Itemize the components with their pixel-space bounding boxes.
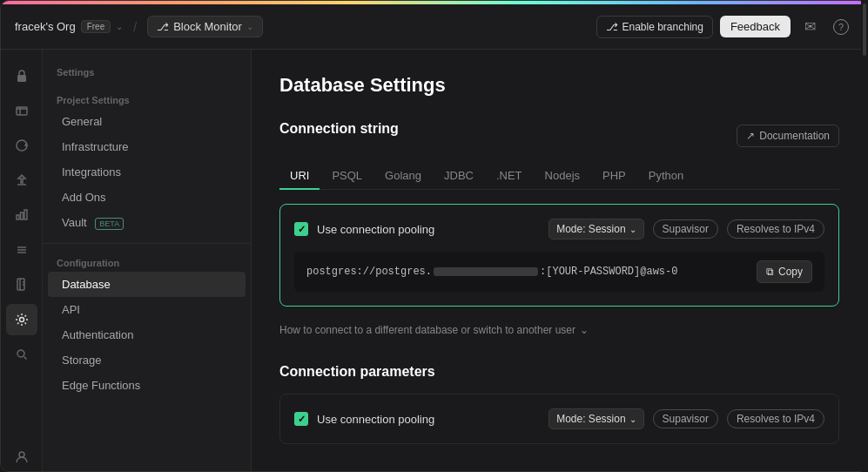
svg-point-8 [19, 452, 24, 457]
app-header: fracek's Org Free ⌄ / ⎇ Block Monitor ⌄ … [1, 4, 867, 50]
nav-item-storage[interactable]: Storage [48, 347, 246, 373]
help-link[interactable]: How to connect to a different database o… [279, 320, 839, 340]
help-icon-button[interactable]: ? [829, 15, 853, 39]
branching-icon: ⎇ [157, 21, 169, 33]
sidebar-icon-user[interactable] [6, 442, 37, 472]
sidebar-icon-box[interactable] [6, 95, 37, 126]
enable-branching-label: Enable branching [622, 21, 703, 33]
right-scrollbar[interactable] [861, 50, 867, 472]
doc-button-label: Documentation [759, 130, 830, 142]
use-connection-pooling-checkbox[interactable]: ✓ [294, 222, 308, 236]
mode-label: Mode: Session [556, 223, 625, 235]
params-pooling-checkbox[interactable]: ✓ [294, 412, 308, 426]
tab-jdbc[interactable]: JDBC [434, 163, 484, 190]
svg-rect-3 [20, 212, 23, 219]
icon-sidebar [1, 50, 43, 472]
pooling-row: ✓ Use connection pooling Mode: Session ⌄… [294, 219, 824, 239]
sidebar-icon-settings[interactable] [6, 304, 37, 335]
sidebar-icon-chart[interactable] [6, 199, 37, 231]
tab-net[interactable]: .NET [486, 163, 533, 190]
tab-golang[interactable]: Golang [374, 163, 432, 190]
sidebar-icon-search[interactable] [6, 339, 37, 370]
org-selector[interactable]: fracek's Org Free ⌄ [15, 20, 123, 33]
sidebar-icon-document[interactable] [6, 269, 37, 300]
org-chevron-icon: ⌄ [116, 22, 123, 31]
tab-php[interactable]: PHP [592, 163, 636, 190]
params-pooling-row: ✓ Use connection pooling Mode: Session ⌄… [294, 408, 824, 429]
header-separator: / [133, 20, 137, 34]
header-actions: ⎇ Enable branching Feedback ✉ ? [596, 15, 854, 39]
nav-item-infrastructure[interactable]: Infrastructure [48, 134, 246, 159]
tab-python[interactable]: Python [638, 163, 694, 190]
help-chevron-icon: ⌄ [580, 324, 589, 336]
nav-item-add-ons[interactable]: Add Ons [48, 185, 246, 210]
nav-item-vault[interactable]: Vault BETA [48, 210, 246, 236]
sidebar-icon-sync[interactable] [6, 130, 37, 161]
params-resolves-ipv4-badge: Resolves to IPv4 [727, 409, 824, 428]
connection-params-box: ✓ Use connection pooling Mode: Session ⌄… [279, 394, 839, 444]
connection-string-header: Connection string ↗ Documentation [279, 121, 839, 151]
tab-nodejs[interactable]: Nodejs [535, 163, 590, 190]
feedback-button[interactable]: Feedback [720, 16, 791, 37]
help-icon: ? [833, 19, 849, 35]
nav-item-edge-functions[interactable]: Edge Functions [48, 373, 246, 398]
nav-sidebar: Settings Project Settings General Infras… [43, 50, 252, 472]
masked-value [434, 267, 538, 276]
params-mode-select[interactable]: Mode: Session ⌄ [548, 408, 643, 429]
checkbox-check-icon: ✓ [298, 224, 306, 235]
nav-item-database[interactable]: Database [48, 272, 246, 297]
svg-rect-0 [17, 75, 26, 82]
org-plan-badge: Free [81, 20, 111, 33]
tab-uri[interactable]: URI [279, 163, 320, 190]
nav-settings-title: Settings [43, 60, 251, 81]
connection-string-value: postgres://postgres.:[YOUR-PASSWORD]@aws… [306, 266, 750, 278]
svg-point-6 [19, 318, 24, 322]
nav-section-project-settings: Project Settings [43, 88, 251, 109]
project-selector[interactable]: ⎇ Block Monitor ⌄ [147, 16, 263, 37]
sidebar-icon-deploy[interactable] [6, 165, 37, 196]
documentation-button[interactable]: ↗ Documentation [737, 125, 839, 147]
branching-icon-header: ⎇ [606, 21, 618, 33]
content-area: Database Settings Connection string ↗ Do… [252, 50, 867, 472]
params-mode-chevron-icon: ⌄ [629, 415, 636, 424]
nav-item-integrations[interactable]: Integrations [48, 159, 246, 185]
sidebar-icon-list[interactable] [6, 234, 37, 266]
copy-icon: ⧉ [766, 266, 774, 278]
svg-point-7 [17, 350, 24, 357]
connection-string-row: postgres://postgres.:[YOUR-PASSWORD]@aws… [294, 252, 824, 292]
copy-label: Copy [778, 266, 803, 278]
help-link-text: How to connect to a different database o… [279, 324, 575, 336]
feedback-label: Feedback [730, 20, 780, 33]
params-supavisor-badge: Supavisor [653, 409, 718, 428]
mail-icon-button[interactable]: ✉ [797, 15, 822, 39]
mode-chevron-icon: ⌄ [629, 225, 636, 234]
resolves-ipv4-badge: Resolves to IPv4 [727, 219, 824, 239]
mode-session-select[interactable]: Mode: Session ⌄ [548, 219, 643, 239]
connection-tabs: URI PSQL Golang JDBC .NET Nodejs PHP Pyt… [279, 163, 839, 190]
connection-parameters-title: Connection parameters [279, 364, 839, 380]
tab-psql[interactable]: PSQL [321, 163, 373, 190]
svg-rect-4 [24, 210, 27, 219]
project-name: Block Monitor [173, 20, 242, 33]
nav-item-general[interactable]: General [48, 109, 246, 134]
sidebar-icon-lock[interactable] [6, 60, 37, 91]
use-connection-pooling-label: Use connection pooling [317, 223, 540, 236]
connection-pooling-box: ✓ Use connection pooling Mode: Session ⌄… [279, 204, 839, 307]
scroll-thumb [863, 50, 866, 56]
copy-button[interactable]: ⧉ Copy [757, 260, 812, 283]
supavisor-badge: Supavisor [653, 219, 718, 239]
nav-divider [43, 243, 251, 244]
project-chevron-icon: ⌄ [246, 22, 253, 31]
nav-section-configuration: Configuration [43, 251, 251, 272]
nav-item-api[interactable]: API [48, 297, 246, 322]
external-link-icon: ↗ [746, 130, 755, 142]
params-checkbox-check-icon: ✓ [298, 414, 306, 425]
params-mode-label: Mode: Session [556, 413, 625, 425]
enable-branching-button[interactable]: ⎇ Enable branching [596, 16, 713, 38]
nav-item-authentication[interactable]: Authentication [48, 322, 246, 347]
connection-string-title: Connection string [279, 121, 399, 137]
svg-rect-2 [17, 215, 19, 219]
vault-beta-badge: BETA [95, 218, 124, 230]
org-name: fracek's Org [15, 20, 76, 33]
params-pooling-label: Use connection pooling [317, 413, 540, 426]
